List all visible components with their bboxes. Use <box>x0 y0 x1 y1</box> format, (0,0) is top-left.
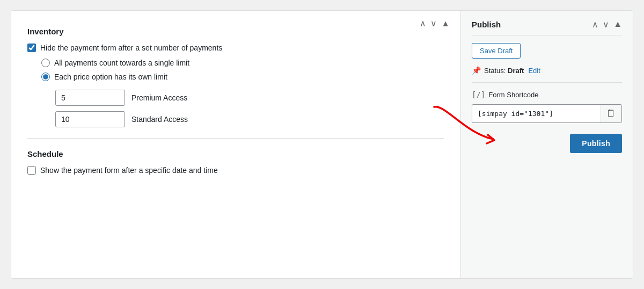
schedule-title: Schedule <box>27 149 444 158</box>
publish-area: Publish <box>472 134 622 153</box>
premium-limit-label: Premium Access <box>131 93 187 102</box>
left-panel: ∧ ∨ ▲ Inventory Hide the payment form af… <box>11 11 461 278</box>
per-option-limit-label[interactable]: Each price option has its own limit <box>54 73 167 81</box>
shortcode-label: Form Shortcode <box>488 91 538 99</box>
right-expand-icon[interactable]: ▲ <box>613 19 622 30</box>
shortcode-icon: [/] <box>472 90 485 99</box>
shortcode-input[interactable] <box>472 105 601 122</box>
shortcode-field-wrap: 🗒 <box>472 104 622 123</box>
inventory-title: Inventory <box>27 27 444 36</box>
section-divider <box>27 138 444 139</box>
schedule-checkbox-row: Show the payment form after a specific d… <box>27 166 444 175</box>
show-after-date-checkbox[interactable] <box>27 166 36 175</box>
collapse-down-icon[interactable]: ∨ <box>430 19 437 28</box>
schedule-section: Schedule Show the payment form after a s… <box>27 149 444 175</box>
show-after-date-label[interactable]: Show the payment form after a specific d… <box>40 166 218 175</box>
expand-icon[interactable]: ▲ <box>441 19 450 28</box>
right-panel-header: Publish ∧ ∨ ▲ <box>472 19 622 35</box>
limit-rows: Premium Access Standard Access <box>55 90 444 127</box>
shortcode-copy-button[interactable]: 🗒 <box>601 105 621 122</box>
status-label: Status: Draft <box>484 67 524 75</box>
hide-payment-checkbox[interactable] <box>27 44 36 52</box>
premium-limit-input[interactable] <box>55 90 125 106</box>
inventory-checkbox-row: Hide the payment form after a set number… <box>27 44 444 52</box>
per-option-limit-radio-row: Each price option has its own limit <box>41 73 444 81</box>
left-panel-controls: ∧ ∨ ▲ <box>420 19 450 28</box>
right-collapse-down-icon[interactable]: ∨ <box>603 19 609 30</box>
single-limit-label[interactable]: All payments count towards a single limi… <box>54 59 189 67</box>
right-collapse-up-icon[interactable]: ∧ <box>592 19 598 30</box>
premium-limit-row: Premium Access <box>55 90 444 106</box>
single-limit-radio[interactable] <box>41 59 50 67</box>
shortcode-row: [/] Form Shortcode <box>472 90 622 99</box>
hide-payment-label[interactable]: Hide the payment form after a set number… <box>40 44 222 52</box>
status-row: 📌 Status: Draft Edit <box>472 66 622 83</box>
payment-limit-radio-group: All payments count towards a single limi… <box>41 59 444 81</box>
status-edit-link[interactable]: Edit <box>528 67 540 75</box>
publish-button[interactable]: Publish <box>570 134 622 153</box>
standard-limit-input[interactable] <box>55 111 125 127</box>
single-limit-radio-row: All payments count towards a single limi… <box>41 59 444 67</box>
right-panel-controls: ∧ ∨ ▲ <box>592 19 622 30</box>
status-icon: 📌 <box>472 66 481 75</box>
per-option-limit-radio[interactable] <box>41 73 50 81</box>
standard-limit-row: Standard Access <box>55 111 444 127</box>
status-value: Draft <box>508 67 524 75</box>
collapse-up-icon[interactable]: ∧ <box>420 19 426 28</box>
save-draft-button[interactable]: Save Draft <box>472 43 521 59</box>
right-panel: Publish ∧ ∨ ▲ Save Draft 📌 Status: Draft… <box>461 11 633 278</box>
standard-limit-label: Standard Access <box>131 115 188 124</box>
publish-panel-title: Publish <box>472 20 501 29</box>
